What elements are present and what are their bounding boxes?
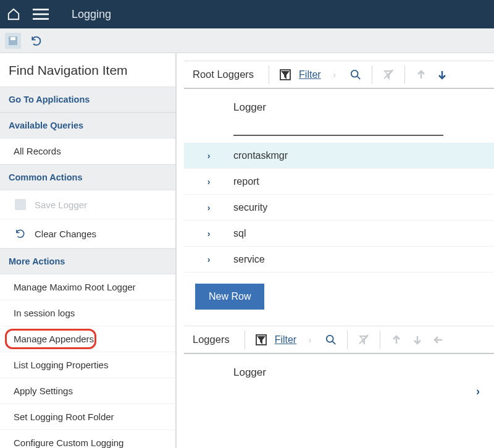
table-row[interactable]: ›crontaskmgr [184,143,494,169]
divider [372,66,372,84]
logger-name: sql [221,228,246,239]
save-icon[interactable] [5,33,21,49]
sidebar-item-label: Save Logger [35,200,87,210]
search-icon[interactable] [348,67,363,82]
sidebar-item-manage-appenders[interactable]: Manage Appenders [0,326,175,352]
table-row[interactable]: ›security [184,195,494,221]
svg-line-7 [357,76,360,79]
sidebar-item-in-session-logs[interactable]: In session logs [0,300,175,326]
arrow-up-icon [389,332,404,347]
clear-filter-icon [381,67,396,82]
sidebar-item-label: Set Logging Root Folder [14,412,114,422]
logger-search-input[interactable] [233,122,443,136]
sidebar-item-label: Manage Appenders [14,334,94,344]
chevron-right-icon[interactable]: › [471,384,485,399]
chevron-right-icon[interactable]: › [196,255,221,264]
menu-icon[interactable] [32,6,49,23]
table-row[interactable]: ›service [184,247,494,273]
sidebar-item-list-logging-properties[interactable]: List Logging Properties [0,352,175,378]
column-header-logger: Logger [184,354,494,384]
toolbar [0,28,494,53]
divider [245,331,245,349]
logger-name: crontaskmgr [221,150,288,161]
sidebar-item-label: Configure Custom Logging [14,437,124,448]
sidebar-item-label: In session logs [14,308,75,318]
sidebar-item-set-logging-root-folder[interactable]: Set Logging Root Folder [0,404,175,430]
search-icon[interactable] [324,332,338,347]
arrow-up-icon [414,67,429,82]
svg-rect-4 [10,37,15,40]
top-bar: Logging [0,0,494,28]
table-row[interactable]: ›sql [184,221,494,247]
filter-icon[interactable] [254,332,269,347]
sidebar-section-goto[interactable]: Go To Applications [0,87,175,112]
clear-filter-icon [356,332,371,347]
undo-icon[interactable] [28,33,44,49]
svg-point-6 [351,70,358,77]
sidebar-item-label: Manage Maximo Root Logger [14,282,136,292]
chevron-right-icon: › [303,332,317,347]
chevron-right-icon[interactable]: › [196,229,221,239]
svg-line-13 [333,341,336,344]
sidebar-item-manage-maximo-root-logger[interactable]: Manage Maximo Root Logger [0,274,175,300]
sidebar-section-more: More Actions [0,248,175,274]
filter-link[interactable]: Filter [275,334,297,345]
column-search-row [184,119,494,143]
new-row-button[interactable]: New Row [195,284,264,310]
sidebar-item-save-logger: Save Logger [0,190,175,219]
home-icon[interactable] [5,6,22,23]
column-header-logger: Logger [184,89,494,119]
sidebar-item-clear-changes[interactable]: Clear Changes [0,219,175,248]
filter-icon[interactable] [278,67,293,82]
loggers-title: Loggers [186,334,236,345]
sidebar-query-item[interactable]: All Records [0,138,175,164]
sidebar-item-configure-custom-logging[interactable]: Configure Custom Logging [0,430,175,448]
undo-icon [14,227,27,240]
root-loggers-header: Root Loggers Filter › [184,61,494,89]
sidebar-item-label: Clear Changes [35,229,96,239]
svg-point-12 [327,335,333,342]
root-loggers-title: Root Loggers [186,69,260,80]
sidebar: Find Navigation Item Go To Applications … [0,53,177,448]
loggers-header: Loggers Filter › [184,326,494,354]
chevron-right-icon[interactable]: › [196,151,221,161]
page-title: Logging [72,8,111,21]
save-icon [14,198,27,211]
divider [380,331,380,349]
main: Root Loggers Filter › Logger [177,53,494,448]
arrow-down-icon[interactable] [435,67,450,82]
sidebar-section-common: Common Actions [0,164,175,190]
sidebar-section-queries[interactable]: Available Queries [0,112,175,138]
sidebar-item-label: Apply Settings [14,386,73,396]
divider [269,66,269,84]
divider [404,66,405,84]
chevron-right-icon[interactable]: › [196,203,221,213]
arrow-left-icon [431,332,446,347]
divider [347,331,348,349]
chevron-right-icon[interactable]: › [196,177,221,187]
sidebar-item-apply-settings[interactable]: Apply Settings [0,378,175,404]
logger-name: service [221,254,265,265]
sidebar-query-label: All Records [14,146,61,156]
sidebar-heading: Find Navigation Item [0,53,175,87]
filter-link[interactable]: Filter [299,69,321,80]
arrow-down-icon [410,332,425,347]
chevron-right-icon: › [327,67,342,82]
logger-name: security [221,202,267,213]
sidebar-item-label: List Logging Properties [14,360,108,370]
logger-name: report [221,176,259,187]
table-row[interactable]: ›report [184,169,494,195]
